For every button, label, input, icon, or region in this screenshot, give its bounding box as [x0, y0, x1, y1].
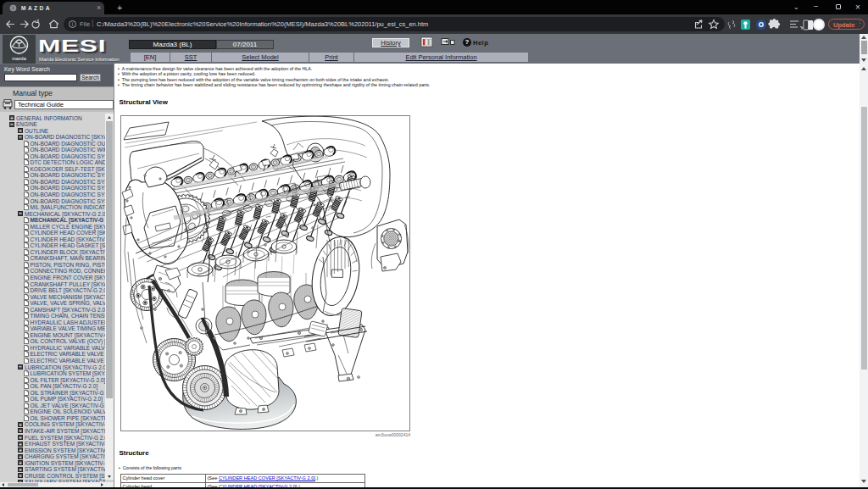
- svg-text:mazda: mazda: [12, 56, 26, 61]
